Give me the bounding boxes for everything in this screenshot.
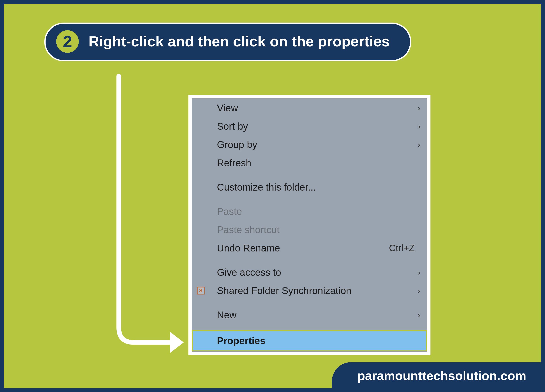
menu-separator: [192, 196, 427, 202]
menu-item-label: Paste shortcut: [217, 224, 422, 236]
menu-item-shortcut: Ctrl+Z: [389, 243, 422, 253]
blank-icon: [196, 243, 206, 253]
chevron-right-icon: ›: [418, 311, 422, 319]
menu-separator: [192, 172, 427, 178]
menu-item-shared-folder-synchronization[interactable]: SShared Folder Synchronization›: [192, 281, 427, 300]
menu-item-undo-rename[interactable]: Undo RenameCtrl+Z: [192, 239, 427, 257]
menu-separator: [192, 300, 427, 306]
footer-label: paramounttechsolution.com: [357, 369, 526, 383]
menu-item-label: Shared Folder Synchronization: [217, 285, 418, 296]
menu-item-label: Refresh: [217, 157, 422, 169]
highlight-border: Properties: [192, 330, 427, 351]
chevron-right-icon: ›: [418, 122, 422, 131]
context-menu: View›Sort by›Group by›RefreshCustomize t…: [192, 98, 427, 352]
step-instruction-text: Right-click and then click on the proper…: [89, 33, 390, 50]
chevron-right-icon: ›: [418, 268, 422, 277]
blank-icon: [196, 121, 206, 131]
menu-item-label: Undo Rename: [217, 242, 389, 254]
chevron-right-icon: ›: [418, 104, 422, 112]
arrow-connector: [110, 76, 195, 353]
menu-item-refresh[interactable]: Refresh: [192, 154, 427, 172]
menu-item-customize-this-folder[interactable]: Customize this folder...: [192, 178, 427, 196]
menu-item-paste-shortcut: Paste shortcut: [192, 221, 427, 239]
blank-icon: [196, 225, 206, 235]
menu-item-label: Sort by: [217, 120, 418, 132]
menu-item-label: Group by: [217, 139, 418, 150]
blank-icon: [196, 103, 206, 113]
step-number: 2: [63, 32, 72, 51]
blank-icon: [196, 206, 206, 217]
menu-item-label: Properties: [193, 331, 426, 350]
menu-item-group-by[interactable]: Group by›: [192, 135, 427, 154]
menu-item-give-access-to[interactable]: Give access to›: [192, 263, 427, 281]
blank-icon: [196, 182, 206, 192]
menu-item-label: New: [217, 309, 418, 321]
menu-separator: [192, 257, 427, 263]
step-number-badge: 2: [56, 30, 79, 53]
outer-frame: 2 Right-click and then click on the prop…: [0, 0, 545, 392]
menu-item-label: Give access to: [217, 267, 418, 278]
menu-item-paste: Paste: [192, 202, 427, 221]
chevron-right-icon: ›: [418, 141, 422, 149]
context-menu-container: View›Sort by›Group by›RefreshCustomize t…: [188, 95, 430, 355]
menu-item-new[interactable]: New›: [192, 306, 427, 324]
blank-icon: [196, 139, 206, 150]
menu-item-view[interactable]: View›: [192, 99, 427, 117]
menu-item-label: View: [217, 102, 418, 114]
step-callout: 2 Right-click and then click on the prop…: [44, 23, 411, 61]
sfs-icon: S: [196, 286, 206, 296]
menu-item-sort-by[interactable]: Sort by›: [192, 117, 427, 135]
blank-icon: [196, 310, 206, 320]
menu-item-label: Customize this folder...: [217, 181, 422, 193]
menu-separator: [192, 324, 427, 330]
sfs-icon-box: S: [197, 287, 204, 294]
menu-item-label: Paste: [217, 206, 422, 217]
menu-item-properties[interactable]: Properties: [192, 330, 427, 351]
blank-icon: [196, 158, 206, 168]
chevron-right-icon: ›: [418, 286, 422, 295]
footer-ribbon: paramounttechsolution.com: [332, 362, 541, 388]
blank-icon: [196, 267, 206, 277]
